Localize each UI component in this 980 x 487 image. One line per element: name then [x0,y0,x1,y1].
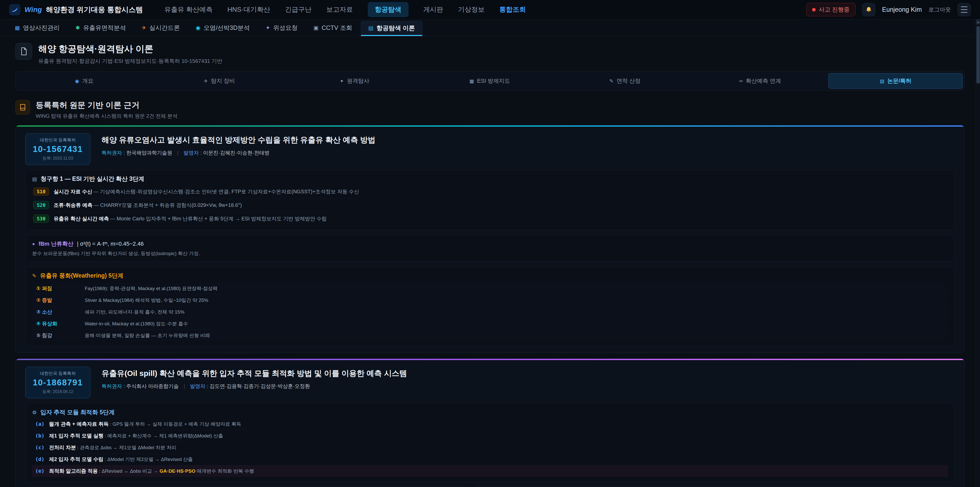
logout-button[interactable]: 로그아웃 [928,6,951,14]
tab-label: 면적 산정 [617,77,641,85]
weathering-stage-desc: Fay(1969): 중력-관성력, Mackay et al.(1980) 표… [85,285,218,292]
vertical-scrollbar[interactable]: ▲ [976,19,980,487]
main-content: 해양 항공탐색·원격탐사 이론 유출유 원격탐지·항공감시 기법·ESI 방제정… [0,36,980,487]
theory-tab-bar: ◉ 개요 ✈ 탐지 장비 ✦ 원격탐사 ▦ ESI 방제지도 ✎ 면적 산정 ∞… [15,71,965,91]
subnav-item-photo-management[interactable]: ▦ 영상사진관리 [8,19,67,36]
step-code-badge: S30 [33,214,49,223]
patent-number: 10-1868791 [32,378,84,387]
step-name: 제2 입자 추적 모델 수립 [49,457,103,462]
patent-number-badge: 대한민국 등록특허 10-1868791 등록: 2018.06.12 [25,367,90,398]
nav-item-board[interactable]: 게시판 [423,5,443,14]
drone-icon: ✈ [142,25,146,31]
fbm-bullet-icon: ● [32,241,35,247]
nav-item-emergency-rescue[interactable]: 긴급구난 [285,5,312,14]
weathering-pencil-icon: ✎ [32,273,37,279]
weathering-stage-desc: 쇄파 기반, 파도에너지·용적 흡수, 전체 약 15% [85,309,185,315]
patent-title: 해양 유류오염사고 발생시 효율적인 방제방안 수립을 위한 유출유 확산 예측… [102,135,375,145]
subnav-item-pollution-3d-analysis[interactable]: ◉ 오염/선박3D분석 [189,19,257,36]
subnav-label: 오염/선박3D분석 [204,24,250,32]
fbm-description: 분수 브라운운동(fBm) 기반 무작위 확산거리 생성, 등방성(isotro… [32,250,948,257]
scrollbar-thumb[interactable] [977,26,980,83]
claim-book-icon: ▤ [32,176,37,182]
holder-value: 한국해양과학기술원 [126,150,172,155]
app-title: 해양환경 위기대응 통합시스템 [46,5,143,14]
incident-dot-icon [812,8,816,11]
subnav-label: CCTV 조회 [321,24,352,32]
subnav-item-aerial-theory[interactable]: ▤ 항공탐색 이론 [361,21,422,36]
tab-label: ESI 방제지도 [477,77,510,85]
notification-bell-button[interactable] [862,3,875,16]
step-name: 뜰개 관측 + 예측자료 취득 [49,421,109,427]
optimization-step-row: (b) 제1 입자 추적 모델 실행 : 예측자료 + 확산계수 → 제1 예측… [32,430,948,442]
topnav-right: 사고 진행중 Eunjeong Kim 로그아웃 [806,3,971,16]
page-title: 해양 항공탐색·원격탐사 이론 [38,43,222,55]
weathering-row: ④ 유상화 Water-in-oil, Mackay et al.(1980) … [32,318,948,330]
step-desc-pre: : ΔRevised ↔ Δobs 비교 → [99,468,160,474]
step-code: (b) [35,433,45,439]
step-code: (d) [35,456,45,462]
subnav-item-cctv[interactable]: ▣ CCTV 조회 [306,19,360,36]
nav-item-reports[interactable]: 보고자료 [326,5,353,14]
optimization-step-row: (d) 제2 입자 추적 모델 수립 : ΔModel 기반 제2모델 → ΔR… [32,453,948,465]
subnav-label: 유출유면적분석 [83,24,126,32]
fbm-title: fBm 난류확산 [38,240,73,248]
step-code: (c) [35,444,45,450]
patent-number: 10-1567431 [32,144,84,154]
weathering-stage-desc: Stiver & Mackay(1984) 해석적 방법, 수일~10일간 약 … [85,297,208,303]
tab-remote-sensing[interactable]: ✦ 원격탐사 [288,73,422,89]
tab-prediction-link[interactable]: ∞ 확산예측 연계 [694,73,827,89]
theory-document-icon: ▤ [368,25,373,31]
nav-item-weather-info[interactable]: 기상정보 [458,5,485,14]
nav-item-integrated-search[interactable]: 통합조회 [500,5,526,14]
3d-scan-icon: ◉ [196,25,200,31]
nav-item-hns-atmospheric[interactable]: HNS·대기확산 [228,5,270,14]
page-document-icon [15,43,32,60]
book-icon [15,100,30,115]
tab-overview[interactable]: ◉ 개요 [18,73,151,89]
section-title: 등록특허 원문 기반 이론 근거 [36,100,178,110]
tab-papers-patents[interactable]: ▤ 논문/특허 [829,73,963,89]
subnav-item-realtime-drone[interactable]: ✈ 실시간드론 [135,19,187,36]
subnav-label: 실시간드론 [149,24,180,32]
step-desc: — 기상예측시스템·위성영상수신시스템·검조소 인터넷 연결, FTP로 기상자… [94,189,359,194]
weathering-stage-name: ⑤ 침강 [36,332,85,339]
step-desc: : ΔModel 기반 제2모델 → ΔRevised 산출 [105,457,192,462]
fbm-formula: | σ²(t) = A·tᵐ, m=0.45~2.46 [77,241,144,247]
fbm-diffusion-panel: ● fBm 난류확산 | σ²(t) = A·tᵐ, m=0.45~2.46 분… [25,235,955,262]
subnav-item-oil-area-analysis[interactable]: ✱ 유출유면적분석 [68,19,133,36]
optimization-step-row: (c) 전처리 차분 : 관측경로 Δobs ↔ 제1모델 ΔModel 차분 … [32,442,948,453]
step-code: (a) [35,421,45,427]
inventor-label: 발명자 : [190,383,208,389]
weathering-panel: ✎ 유출유 풍화(Weathering) 5단계 ① 퍼짐 Fay(1969):… [25,267,955,346]
step-name: 조류·취송류 예측 [54,202,92,208]
brand-mark: Wing [24,6,42,14]
step-name: 실시간 자료 수신 [54,189,92,194]
section-header: 등록특허 원문 기반 이론 근거 WING 탑재 유출유 확산예측 시스템의 특… [15,100,965,120]
patent-card-1567431: 대한민국 등록특허 10-1567431 등록: 2015.11.03 해양 유… [15,125,965,353]
satellite-icon: ✦ [340,78,344,84]
scroll-up-button[interactable]: ▲ [976,19,980,24]
step-name: 전처리 차분 [49,445,76,450]
optimization-title: 입자 추적 모듈 최적화 5단계 [40,408,115,416]
map-icon: ▦ [469,78,474,84]
app-logo[interactable]: Wing 해양환경 위기대응 통합시스템 [9,4,143,15]
weathering-stage-desc: 용해·미생물 분해, 질량 손실률 — 초기 누유량에 선형 비례 [85,332,210,339]
weathering-stage-name: ② 증발 [36,297,85,303]
claim-title: 청구항 1 — ESI 기반 실시간 확산 3단계 [41,175,144,183]
hamburger-menu-button[interactable] [958,3,971,16]
step-code-badge: S10 [33,187,49,196]
patent-number-badge: 대한민국 등록특허 10-1567431 등록: 2015.11.03 [25,133,90,165]
tab-area-calculation[interactable]: ✎ 면적 산정 [558,73,692,89]
meta-divider: | [184,383,185,389]
nav-item-oil-spill-prediction[interactable]: 유출유 확산예측 [164,5,213,14]
user-name: Eunjeong Kim [882,6,922,13]
incident-status-badge[interactable]: 사고 진행중 [806,3,856,16]
nav-item-aerial-search[interactable]: 항공탐색 [368,2,409,17]
satellite-icon: ✦ [266,25,270,31]
step-name: 유출유 확산 실시간 예측 [54,216,109,221]
step-code: (e) [35,468,45,474]
tab-detection-equipment[interactable]: ✈ 탐지 장비 [153,73,286,89]
tab-esi-map[interactable]: ▦ ESI 방제지도 [423,73,557,89]
subnav-item-satellite-request[interactable]: ✦ 위성요청 [259,19,305,36]
weathering-row: ⑤ 침강 용해·미생물 분해, 질량 손실률 — 초기 누유량에 선형 비례 [32,330,948,341]
